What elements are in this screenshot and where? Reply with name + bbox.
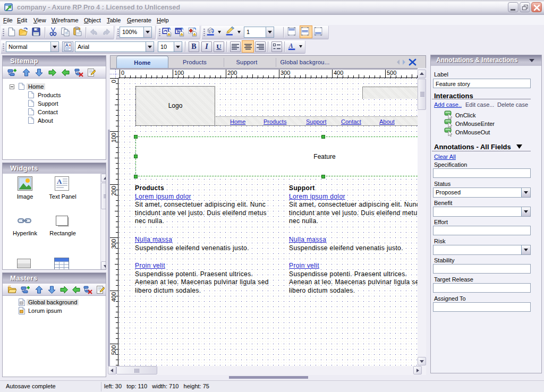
svg-text:400: 400 [110, 292, 117, 302]
svg-text:0: 0 [121, 70, 124, 76]
svg-text:500: 500 [387, 70, 396, 76]
svg-text:200: 200 [227, 70, 237, 76]
svg-text:400: 400 [334, 70, 343, 76]
svg-text:300: 300 [110, 239, 117, 249]
svg-text:100: 100 [110, 133, 117, 142]
svg-text:500: 500 [110, 345, 117, 355]
svg-text:A: A [65, 42, 69, 48]
svg-text:A: A [57, 177, 62, 185]
svg-text:300: 300 [280, 70, 290, 76]
svg-text:A: A [288, 42, 293, 49]
svg-text:200: 200 [110, 186, 117, 195]
svg-text:0: 0 [110, 80, 117, 83]
svg-text:100: 100 [174, 70, 184, 76]
